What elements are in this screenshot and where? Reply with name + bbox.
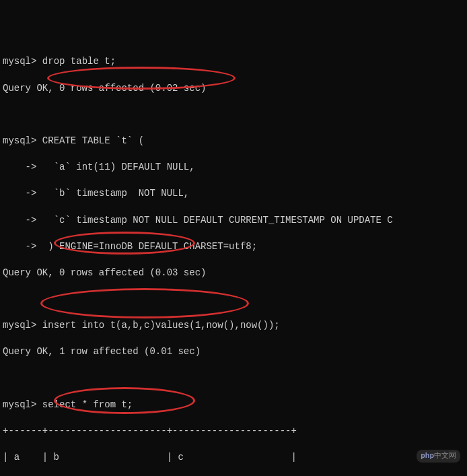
mysql-prompt: mysql> bbox=[3, 320, 36, 331]
terminal-line: mysql> insert into t(a,b,c)values(1,now(… bbox=[3, 319, 464, 333]
blank-line bbox=[3, 372, 464, 386]
watermark: php中文网 bbox=[417, 450, 460, 463]
terminal-line: -> `b` timestamp NOT NULL, bbox=[3, 187, 464, 201]
terminal-line: -> ) ENGINE=InnoDB DEFAULT CHARSET=utf8; bbox=[3, 240, 464, 254]
terminal-line: mysql> drop table t; bbox=[3, 55, 464, 69]
create-col-c: `c` timestamp NOT NULL DEFAULT CURRENT_T… bbox=[42, 215, 393, 226]
mysql-prompt: mysql> bbox=[3, 56, 36, 67]
create-command: CREATE TABLE `t` ( bbox=[42, 135, 144, 146]
create-col-a: `a` int(11) DEFAULT NULL, bbox=[42, 162, 195, 172]
blank-line bbox=[3, 293, 464, 306]
table-header: | a | b | c | bbox=[3, 451, 464, 465]
terminal-line: mysql> CREATE TABLE `t` ( bbox=[3, 135, 464, 148]
mysql-prompt: mysql> bbox=[3, 399, 36, 410]
query-result: Query OK, 1 row affected (0.01 sec) bbox=[3, 345, 464, 359]
watermark-text: 中文网 bbox=[434, 452, 456, 460]
create-end: ) ENGINE=InnoDB DEFAULT CHARSET=utf8; bbox=[42, 241, 257, 252]
select-command: select * from t; bbox=[42, 399, 133, 410]
query-result: Query OK, 0 rows affected (0.03 sec) bbox=[3, 267, 464, 280]
continuation-prompt: -> bbox=[3, 188, 36, 199]
terminal-line: -> `c` timestamp NOT NULL DEFAULT CURREN… bbox=[3, 214, 464, 228]
table-border: +------+---------------------+----------… bbox=[3, 425, 464, 438]
blank-line bbox=[3, 108, 464, 122]
terminal-line: mysql> select * from t; bbox=[3, 399, 464, 412]
insert-command: insert into t(a,b,c)values(1,now(),now()… bbox=[42, 320, 280, 331]
terminal-line: -> `a` int(11) DEFAULT NULL, bbox=[3, 161, 464, 174]
continuation-prompt: -> bbox=[3, 162, 36, 172]
drop-command: drop table t; bbox=[42, 56, 116, 67]
continuation-prompt: -> bbox=[3, 241, 36, 252]
create-col-b: `b` timestamp NOT NULL, bbox=[42, 188, 189, 199]
watermark-php: php bbox=[421, 452, 434, 460]
continuation-prompt: -> bbox=[3, 215, 36, 226]
mysql-prompt: mysql> bbox=[3, 135, 36, 146]
query-result: Query OK, 0 rows affected (0.02 sec) bbox=[3, 82, 464, 96]
